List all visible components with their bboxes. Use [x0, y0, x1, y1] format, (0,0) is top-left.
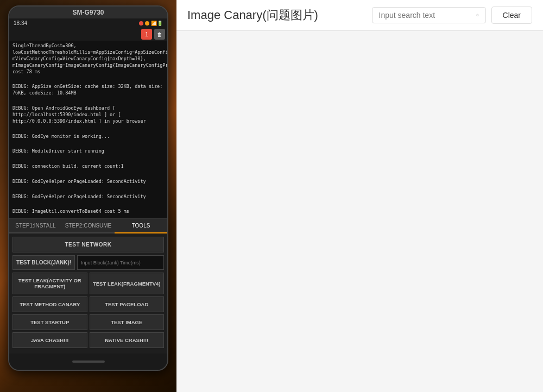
- search-area: Clear: [372, 7, 532, 24]
- right-content: [176, 31, 543, 392]
- log-delete-button[interactable]: 🗑: [154, 29, 165, 40]
- left-panel: SM-G9730 18:34 📶🔋 1 🗑 SingleThreadByCost…: [0, 0, 176, 392]
- tools-area: TEST NETWORK TEST BLOCK(JANK)! TEST LEAK…: [9, 233, 167, 353]
- log-line: [12, 171, 164, 178]
- jank-time-input[interactable]: [77, 255, 164, 270]
- right-panel: Image Canary(问题图片) Clear: [176, 0, 543, 392]
- log-line: DEBUG: GodEyeHelper onPageLoaded: Second…: [12, 179, 164, 185]
- status-icons: 📶🔋: [139, 21, 163, 26]
- log-line: DEBUG: AppSize onGetSize: cache size: 32…: [12, 84, 164, 97]
- dot-icon-red: [139, 21, 143, 26]
- phone-bottom-bar: [9, 353, 167, 370]
- svg-point-0: [476, 14, 478, 16]
- clear-button[interactable]: Clear: [491, 7, 532, 24]
- home-bar: [72, 361, 105, 363]
- button-grid-3: TEST STARTUP TEST IMAGE: [12, 314, 164, 330]
- search-icon: [476, 11, 479, 20]
- time-display: 18:34: [14, 20, 27, 26]
- page-title: Image Canary(问题图片): [187, 7, 318, 23]
- tab-consume[interactable]: STEP2:CONSUME: [62, 219, 115, 233]
- log-line: DEBUG: ImageUtil.convertToBase64 cost 5 …: [12, 208, 164, 215]
- native-crash-button[interactable]: NATIVE CRASH!!!: [90, 332, 165, 348]
- test-leak-fragmentv4-button[interactable]: TEST LEAK(FRAGMENTV4): [90, 273, 165, 294]
- log-line: SingleThreadByCost=300, lowCostMethodThr…: [12, 43, 164, 75]
- log-area: SingleThreadByCost=300, lowCostMethodThr…: [9, 41, 167, 219]
- test-image-button[interactable]: TEST IMAGE: [90, 314, 165, 330]
- tab-install[interactable]: STEP1:INSTALL: [9, 219, 62, 233]
- button-grid-1: TEST LEAK(ACTIVITY OR FRAGMENT) TEST LEA…: [12, 273, 164, 294]
- log-line: [12, 201, 164, 208]
- tabs-row: STEP1:INSTALL STEP2:CONSUME TOOLS: [9, 219, 167, 233]
- button-grid-2: TEST METHOD CANARY TEST PAGELOAD: [12, 296, 164, 312]
- search-box: [372, 7, 486, 23]
- test-leak-activity-button[interactable]: TEST LEAK(ACTIVITY OR FRAGMENT): [12, 273, 87, 294]
- log-line: [12, 186, 164, 193]
- log-count-button[interactable]: 1: [141, 29, 152, 40]
- jank-row: TEST BLOCK(JANK)!: [12, 255, 164, 270]
- log-action-buttons: 1 🗑: [9, 28, 167, 41]
- log-line: DEBUG: GodEye monitor is working...: [12, 134, 164, 140]
- dot-icon-yellow: [145, 21, 149, 26]
- log-line: [12, 156, 164, 162]
- button-grid-4: JAVA CRASH!!! NATIVE CRASH!!!: [12, 332, 164, 348]
- phone-device: SM-G9730 18:34 📶🔋 1 🗑 SingleThreadByCost…: [8, 5, 168, 371]
- svg-line-1: [478, 16, 478, 16]
- right-header: Image Canary(问题图片) Clear: [176, 0, 543, 31]
- log-line: [12, 141, 164, 147]
- log-line: [12, 76, 164, 83]
- search-input[interactable]: [379, 11, 474, 20]
- log-line: DEBUG: ModuleDriver start running: [12, 148, 164, 155]
- signal-icon: 📶🔋: [151, 21, 163, 26]
- test-pageload-button[interactable]: TEST PAGELOAD: [90, 296, 165, 312]
- tab-tools[interactable]: TOOLS: [115, 219, 167, 233]
- test-method-canary-button[interactable]: TEST METHOD CANARY: [12, 296, 87, 312]
- phone-title: SM-G9730: [9, 7, 167, 18]
- test-network-button[interactable]: TEST NETWORK: [12, 237, 164, 252]
- java-crash-button[interactable]: JAVA CRASH!!!: [12, 332, 87, 348]
- test-block-jank-button[interactable]: TEST BLOCK(JANK)!: [12, 255, 75, 270]
- status-bar: 18:34 📶🔋: [9, 18, 167, 28]
- log-line: [12, 98, 164, 104]
- log-line: DEBUG: connection build. current count:1: [12, 163, 164, 170]
- log-line: DEBUG: GodEyeHelper onPageLoaded: Second…: [12, 194, 164, 200]
- log-line: DEBUG: Open AndroidGodEye dashboard [ ht…: [12, 105, 164, 125]
- log-line: [12, 126, 164, 132]
- test-startup-button[interactable]: TEST STARTUP: [12, 314, 87, 330]
